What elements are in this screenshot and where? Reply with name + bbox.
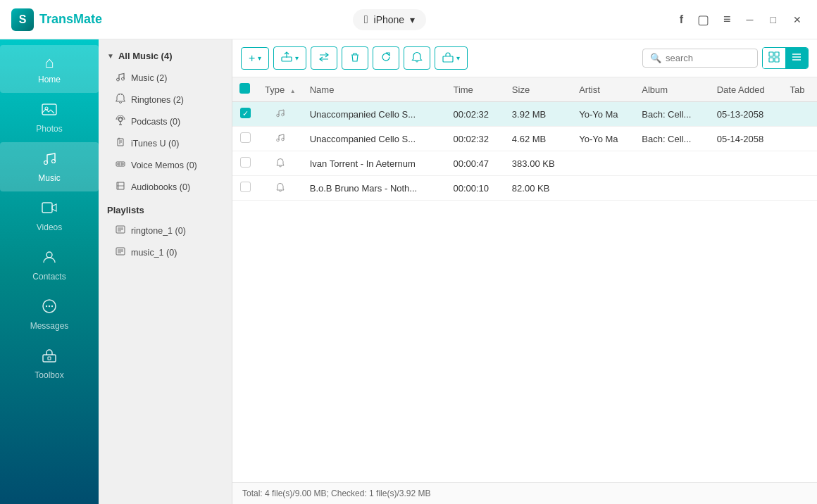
window-actions: f ▢ ≡ ─ □ ✕ [677,9,806,30]
row-date-cell: 05-14-2058 [710,127,783,151]
row-type-cell [258,176,303,201]
row-checkbox-empty[interactable] [240,132,251,143]
transfer-icon [318,51,330,65]
svg-rect-10 [43,355,56,362]
toolbox-extra-button[interactable]: ▾ [435,46,468,70]
view-toggle [762,47,809,69]
grid-view-button[interactable] [763,48,785,68]
row-name-cell: B.o.B Bruno Mars - Noth... [303,176,447,201]
row-check-cell[interactable] [232,127,258,151]
search-input[interactable] [666,53,750,63]
sidebar-item-home[interactable]: ⌂ Home [0,45,99,93]
messages-icon [42,298,57,318]
left-panel-item-ringtones[interactable]: Ringtones (2) [99,89,232,111]
status-bar: Total: 4 file(s)/9.00 MB; Checked: 1 fil… [232,482,817,504]
table-row[interactable]: Ivan Torrent - In Aeternum 00:00:47 383.… [232,151,817,176]
toolbar: + ▾ ▾ [232,39,817,77]
header-time[interactable]: Time [446,77,504,102]
row-time-cell: 00:00:47 [446,151,504,176]
search-box: 🔍 [642,49,758,68]
header-date-added[interactable]: Date Added [710,77,783,102]
delete-icon [349,51,361,65]
bell-button[interactable] [404,46,430,70]
device-selector[interactable]:  iPhone ▾ [353,9,426,30]
svg-rect-34 [769,52,773,56]
header-album[interactable]: Album [635,77,709,102]
sidebar-item-photos[interactable]: Photos [0,93,99,142]
row-checkbox-checked[interactable] [240,108,251,118]
list-view-button[interactable] [785,48,808,68]
sidebar-item-music[interactable]: Music [0,142,99,191]
row-date-cell [710,151,783,176]
header-type[interactable]: Type ▲ [258,77,303,102]
sidebar-item-contacts[interactable]: Contacts [0,241,99,290]
left-panel-item-audiobooks[interactable]: Audiobooks (0) [99,176,232,198]
row-check-cell[interactable] [232,176,258,201]
row-check-cell[interactable] [232,102,258,127]
sidebar-item-toolbox[interactable]: Toolbox [0,339,99,389]
left-panel-item-voice-memos[interactable]: Voice Memos (0) [99,154,232,176]
delete-button[interactable] [342,46,368,70]
refresh-button[interactable] [373,46,399,70]
sidebar-label-videos: Videos [37,222,62,232]
playlists-header: Playlists [99,198,232,220]
refresh-icon [380,51,392,65]
row-checkbox-empty[interactable] [240,157,251,168]
maximize-button[interactable]: □ [766,13,780,27]
export-button[interactable]: ▾ [273,46,306,70]
row-artist-cell: Yo-Yo Ma [572,127,635,151]
facebook-icon[interactable]: f [677,11,686,29]
menu-icon[interactable]: ≡ [721,9,734,30]
left-panel-item-itunes-u[interactable]: iTunes U (0) [99,132,232,154]
add-icon: + [249,52,255,65]
sidebar-item-videos[interactable]: Videos [0,191,99,241]
titlebar: S TransMate  iPhone ▾ f ▢ ≡ ─ □ ✕ [0,0,817,39]
section-header-label: All Music (4) [118,51,173,61]
header-tab[interactable]: Tab [783,77,817,102]
row-tab-cell [783,102,817,127]
add-arrow-icon: ▾ [258,54,261,62]
table-row[interactable]: B.o.B Bruno Mars - Noth... 00:00:10 82.0… [232,176,817,201]
header-check[interactable] [232,77,258,102]
sidebar-label-toolbox: Toolbox [35,370,63,380]
header-name[interactable]: Name [303,77,447,102]
transfer-button[interactable] [311,46,337,70]
row-type-cell [258,102,303,127]
left-panel-item-podcasts[interactable]: Podcasts (0) [99,111,232,132]
row-artist-cell [572,151,635,176]
left-panel-item-music1[interactable]: music_1 (0) [99,241,232,263]
close-button[interactable]: ✕ [789,13,806,27]
table-row[interactable]: Unaccompanied Cello S... 00:02:32 4.62 M… [232,127,817,151]
sidebar-label-home: Home [38,75,61,84]
header-size[interactable]: Size [505,77,572,102]
all-music-header[interactable]: ▼ All Music (4) [99,45,232,67]
svg-rect-11 [48,357,51,360]
bell-icon [411,51,423,65]
logo-icon: S [11,8,34,31]
playlist-ringtone1-icon [116,225,125,237]
row-check-cell[interactable] [232,151,258,176]
svg-point-5 [46,252,52,258]
chat-icon[interactable]: ▢ [694,9,712,30]
row-checkbox-empty[interactable] [240,182,251,192]
toolbox-extra-arrow-icon: ▾ [456,54,460,62]
header-checkbox[interactable] [239,83,250,94]
svg-point-9 [51,305,53,307]
row-size-cell: 3.92 MB [505,102,572,127]
home-icon: ⌂ [44,53,54,72]
row-type-cell [258,151,303,176]
header-artist[interactable]: Artist [572,77,635,102]
left-panel-item-music[interactable]: Music (2) [99,67,232,89]
svg-rect-36 [769,58,773,62]
left-panel-item-ringtone1[interactable]: ringtone_1 (0) [99,220,232,241]
add-button[interactable]: + ▾ [241,47,269,70]
table-row[interactable]: Unaccompanied Cello S... 00:02:32 3.92 M… [232,102,817,127]
app-name: TransMate [39,12,102,27]
sidebar-item-messages[interactable]: Messages [0,290,99,339]
itunes-u-icon [116,137,125,149]
minimize-button[interactable]: ─ [742,13,758,27]
row-artist-cell: Yo-Yo Ma [572,102,635,127]
row-size-cell: 82.00 KB [505,176,572,201]
logo-char: S [19,13,27,26]
row-name-cell: Unaccompanied Cello S... [303,102,447,127]
